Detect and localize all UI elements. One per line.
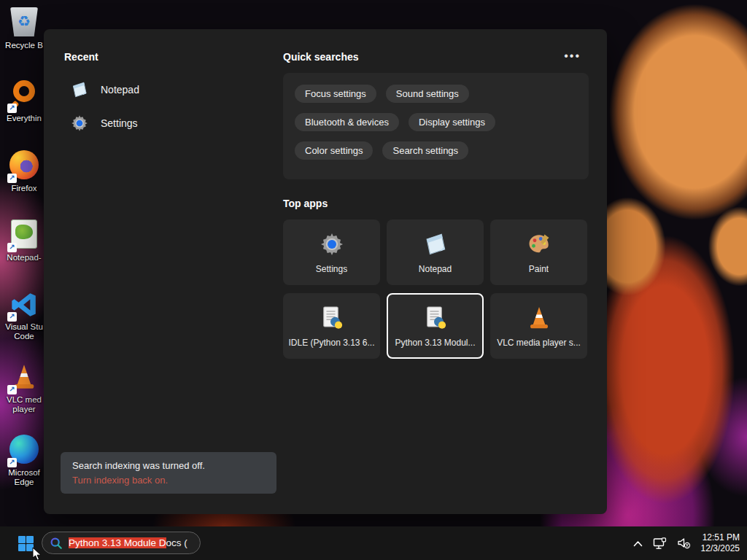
desktop-icon-label: Everythin [1,114,47,123]
more-options-button[interactable]: ••• [560,48,585,64]
top-app-tile-notepad[interactable]: Notepad [387,219,484,285]
clock-date: 12/3/2025 [701,543,740,554]
recent-header: Recent [64,51,98,63]
hidden-icons-chevron-icon[interactable] [633,540,643,547]
top-app-tile-idle-python[interactable]: IDLE (Python 3.13 6... [283,293,380,359]
top-app-tile-settings[interactable]: Settings [283,219,380,285]
shortcut-arrow-icon: ↗ [7,104,17,113]
recent-list: Notepad Settings [64,73,268,140]
top-app-label: Notepad [419,264,452,274]
top-app-label: VLC media player s... [497,338,581,348]
gear-icon [70,114,89,133]
recycle-bin-icon: ♻ [10,7,38,36]
indexing-notice: Search indexing was turned off. Turn ind… [61,452,276,494]
desktop-icon-notepad-plus-plus[interactable]: ↗ Notepad- [1,218,47,262]
shortcut-arrow-icon: ↗ [7,174,17,183]
top-app-label: Settings [316,264,347,274]
recent-item-label: Notepad [101,84,139,96]
taskbar: Python 3.13 Module Docs ( 12:51 PM 12/3/… [0,526,747,560]
clock-time: 12:51 PM [701,532,740,543]
top-app-tile-python-module-docs[interactable]: Python 3.13 Modul... [387,293,484,359]
quick-searches-header: Quick searches [283,51,359,63]
selected-text: Python 3.13 Module D [69,537,166,548]
quick-search-pill[interactable]: Focus settings [295,85,376,103]
everything-search-icon [13,80,35,102]
top-apps-grid: Settings Notepad [283,219,589,359]
quick-search-pill[interactable]: Sound settings [386,85,469,103]
top-apps-header: Top apps [283,198,328,209]
system-tray: 12:51 PM 12/3/2025 [633,526,740,560]
desktop-icon-label: VLC med player [1,395,47,414]
desktop-icon-label: Firefox [1,184,47,193]
recent-item-notepad[interactable]: Notepad [64,73,268,106]
top-app-label: Paint [529,264,549,274]
indexing-notice-text: Search indexing was turned off. [72,460,265,471]
search-icon [50,537,63,550]
top-app-tile-vlc[interactable]: VLC media player s... [490,293,587,359]
quick-search-pill[interactable]: Color settings [295,141,373,160]
notepad-icon [70,80,89,99]
shortcut-arrow-icon: ↗ [7,385,17,394]
desktop-icon-recycle-bin[interactable]: ♻ Recycle B [1,6,47,50]
gear-icon [319,231,345,257]
windows-logo-icon [18,536,34,551]
quick-search-pill[interactable]: Search settings [382,141,468,160]
turn-indexing-on-link[interactable]: Turn indexing back on. [72,475,265,486]
desktop-icon-firefox[interactable]: ↗ Firefox [1,149,47,193]
python-document-icon [422,305,449,331]
desktop-icon-everything[interactable]: ↗ Everythin [1,77,47,123]
volume-muted-icon[interactable] [677,537,691,549]
top-app-tile-paint[interactable]: Paint [490,219,587,285]
quick-search-pill[interactable]: Bluetooth & devices [295,113,399,131]
taskbar-search-box[interactable]: Python 3.13 Module Docs ( [42,532,201,554]
shortcut-arrow-icon: ↗ [7,458,17,467]
desktop-icon-label: Visual Stu Code [1,322,47,341]
recent-item-settings[interactable]: Settings [64,106,268,140]
network-icon[interactable] [653,537,667,550]
desktop: ♻ Recycle B ↗ Everythin ↗ Firefox ↗ Note… [0,0,747,560]
desktop-icon-label: Microsof Edge [1,468,47,487]
search-input-text: Python 3.13 Module Docs ( [69,537,187,548]
shortcut-arrow-icon: ↗ [7,243,17,252]
top-app-label: Python 3.13 Modul... [395,338,475,348]
python-document-icon [319,305,345,331]
desktop-icon-label: Recycle B [1,41,47,50]
search-flyout-panel: Recent Notepad Settings [44,29,607,514]
shortcut-arrow-icon: ↗ [7,312,17,322]
clock[interactable]: 12:51 PM 12/3/2025 [701,532,740,554]
vlc-cone-icon [526,305,552,331]
mouse-cursor [32,547,44,560]
top-app-label: IDLE (Python 3.13 6... [288,338,374,348]
recent-item-label: Settings [101,117,138,129]
quick-searches-box: Focus settings Sound settings Bluetooth … [283,73,589,179]
desktop-icon-visual-studio-code[interactable]: ↗ Visual Stu Code [1,289,47,341]
desktop-icon-label: Notepad- [1,253,47,262]
notepad-icon [422,231,449,257]
quick-search-pill[interactable]: Display settings [409,113,495,131]
desktop-icon-microsoft-edge[interactable]: ↗ Microsof Edge [1,433,47,487]
paint-palette-icon [526,231,552,257]
desktop-icon-vlc[interactable]: ↗ VLC med player [1,362,47,414]
